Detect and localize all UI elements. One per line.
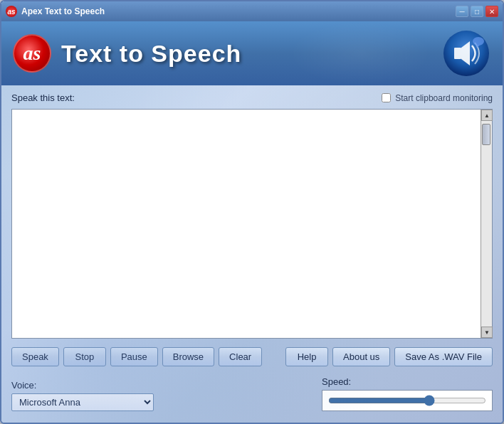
stop-button[interactable]: Stop — [63, 347, 106, 366]
title-bar-left: as Apex Text to Speech — [6, 6, 105, 17]
scrollbar[interactable]: ▲ ▼ — [481, 110, 492, 338]
clipboard-row: Start clipboard monitoring — [382, 93, 493, 103]
text-area-wrapper: ▲ ▼ — [11, 109, 493, 339]
speed-label: Speed: — [322, 376, 351, 387]
clear-button[interactable]: Clear — [219, 347, 262, 366]
title-bar: as Apex Text to Speech ─ □ ✕ — [1, 1, 503, 21]
speak-button[interactable]: Speak — [11, 347, 59, 366]
about-button[interactable]: About us — [332, 347, 390, 366]
voice-section: Voice: Microsoft Anna Microsoft Sam Micr… — [11, 380, 154, 411]
browse-button[interactable]: Browse — [162, 347, 214, 366]
header-banner: as Text to Speech — [1, 21, 503, 85]
speed-slider-wrapper — [322, 390, 493, 411]
main-content: Speak this text: Start clipboard monitor… — [1, 85, 503, 423]
pause-button[interactable]: Pause — [110, 347, 158, 366]
maximize-button[interactable]: □ — [471, 6, 483, 17]
speak-this-text-label: Speak this text: — [11, 92, 75, 103]
speed-section: Speed: — [322, 376, 493, 411]
voice-select[interactable]: Microsoft Anna Microsoft Sam Microsoft M… — [11, 393, 154, 411]
minimize-button[interactable]: ─ — [456, 6, 468, 17]
svg-rect-1 — [454, 48, 461, 59]
speed-slider[interactable] — [328, 395, 486, 406]
main-window: as Apex Text to Speech ─ □ ✕ as Text to … — [0, 0, 504, 424]
title-bar-controls: ─ □ ✕ — [456, 6, 498, 17]
save-wav-button[interactable]: Save As .WAV File — [394, 347, 493, 366]
clipboard-checkbox[interactable] — [382, 93, 391, 102]
speech-textarea[interactable] — [12, 110, 492, 338]
voice-label: Voice: — [11, 380, 154, 391]
scrollbar-up-arrow[interactable]: ▲ — [481, 110, 493, 121]
close-button[interactable]: ✕ — [485, 6, 498, 17]
top-row: Speak this text: Start clipboard monitor… — [11, 92, 493, 103]
header-title: Text to Speech — [61, 40, 241, 68]
app-icon: as — [6, 6, 17, 17]
window-title: Apex Text to Speech — [21, 6, 105, 16]
header-logo: as — [13, 34, 51, 73]
scrollbar-thumb[interactable] — [482, 124, 490, 145]
scrollbar-down-arrow[interactable]: ▼ — [481, 327, 493, 338]
speaker-icon — [441, 28, 491, 78]
buttons-row: Speak Stop Pause Browse Clear Help About… — [11, 344, 493, 369]
help-button[interactable]: Help — [285, 347, 328, 366]
clipboard-label: Start clipboard monitoring — [395, 93, 493, 103]
header-decoration — [289, 21, 431, 85]
bottom-controls: Voice: Microsoft Anna Microsoft Sam Micr… — [11, 375, 493, 415]
svg-point-3 — [473, 37, 484, 46]
